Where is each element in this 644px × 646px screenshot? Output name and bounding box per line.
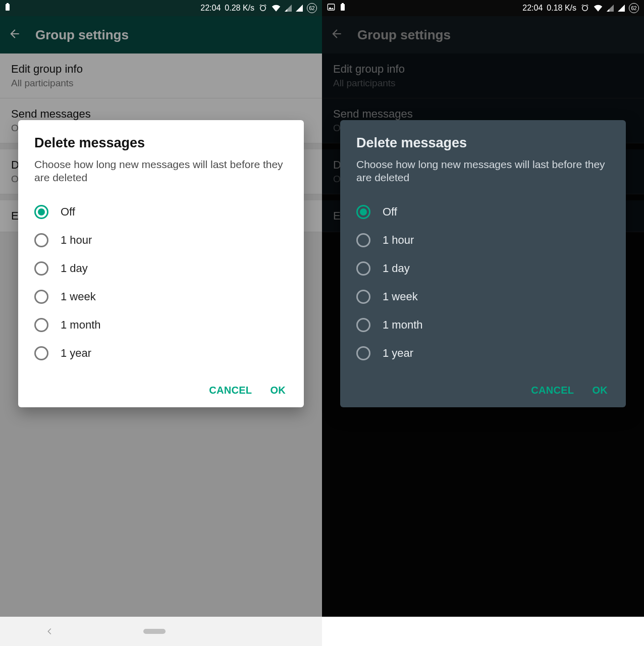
status-speed: 0.18 K/s: [547, 4, 576, 13]
svg-rect-0: [6, 4, 10, 11]
radio-group: Off 1 hour 1 day 1 week 1 month 1 year: [356, 198, 610, 367]
radio-option-off[interactable]: Off: [356, 198, 610, 226]
radio-option-1-day[interactable]: 1 day: [356, 254, 610, 283]
image-icon: [327, 3, 335, 13]
radio-option-1-month[interactable]: 1 month: [34, 311, 288, 339]
battery-badge-text: 62: [631, 6, 636, 11]
status-speed: 0.28 K/s: [225, 4, 254, 13]
radio-option-1-hour[interactable]: 1 hour: [356, 226, 610, 254]
wifi-icon: [272, 5, 281, 12]
statusbar: 22:04 0.28 K/s 62: [0, 0, 322, 16]
radio-label: 1 month: [383, 318, 423, 332]
dialog-description: Choose how long new messages will last b…: [34, 158, 288, 185]
status-time: 22:04: [522, 4, 543, 13]
bottom-white-strip: [322, 617, 644, 646]
ok-button[interactable]: OK: [270, 385, 286, 396]
radio-label: Off: [61, 205, 75, 219]
svg-rect-3: [341, 4, 345, 11]
svg-rect-2: [328, 4, 334, 10]
screenshot-light: 22:04 0.28 K/s 62 Group settings Edit gr…: [0, 0, 322, 646]
radio-option-1-month[interactable]: 1 month: [356, 311, 610, 339]
signal-icon-2: [618, 5, 625, 12]
battery-badge-icon: 62: [629, 3, 639, 13]
svg-rect-1: [7, 3, 9, 4]
radio-icon: [34, 318, 48, 332]
battery-badge-icon: 62: [307, 3, 317, 13]
radio-icon: [356, 205, 370, 219]
alarm-icon: [580, 4, 589, 13]
radio-label: 1 month: [61, 318, 101, 332]
radio-label: 1 day: [383, 262, 410, 275]
cancel-button[interactable]: CANCEL: [209, 385, 252, 396]
radio-option-1-hour[interactable]: 1 hour: [34, 226, 288, 254]
radio-icon: [34, 290, 48, 304]
radio-group: Off 1 hour 1 day 1 week 1 month 1 year: [34, 198, 288, 367]
radio-label: 1 year: [383, 347, 413, 360]
signal-icon-1: [285, 5, 292, 12]
delete-messages-dialog: Delete messages Choose how long new mess…: [18, 120, 304, 407]
nav-back-icon[interactable]: [45, 627, 54, 636]
cancel-button[interactable]: CANCEL: [531, 385, 574, 396]
signal-icon-2: [296, 5, 303, 12]
battery-small-icon: [5, 3, 10, 13]
radio-icon: [34, 233, 48, 247]
svg-rect-4: [342, 3, 344, 4]
radio-icon: [356, 261, 370, 276]
dialog-actions: CANCEL OK: [356, 385, 610, 396]
dialog-title: Delete messages: [34, 135, 288, 151]
radio-icon: [34, 261, 48, 276]
radio-icon: [356, 233, 370, 247]
dialog-description: Choose how long new messages will last b…: [356, 158, 610, 185]
status-time: 22:04: [200, 4, 221, 13]
radio-option-off[interactable]: Off: [34, 198, 288, 226]
battery-small-icon: [340, 3, 345, 13]
ok-button[interactable]: OK: [592, 385, 608, 396]
radio-label: Off: [383, 205, 397, 219]
radio-label: 1 hour: [383, 234, 414, 247]
radio-icon: [34, 205, 48, 219]
signal-icon-1: [607, 5, 614, 12]
battery-badge-text: 62: [309, 6, 314, 11]
radio-option-1-year[interactable]: 1 year: [34, 339, 288, 367]
wifi-icon: [594, 5, 603, 12]
dialog-title: Delete messages: [356, 135, 610, 151]
radio-option-1-day[interactable]: 1 day: [34, 254, 288, 283]
radio-label: 1 week: [61, 290, 96, 303]
nav-home-pill[interactable]: [143, 629, 166, 634]
radio-option-1-week[interactable]: 1 week: [356, 283, 610, 311]
radio-icon: [356, 318, 370, 332]
delete-messages-dialog: Delete messages Choose how long new mess…: [340, 120, 626, 407]
radio-icon: [356, 290, 370, 304]
radio-label: 1 year: [61, 347, 91, 360]
dialog-actions: CANCEL OK: [34, 385, 288, 396]
android-navbar: [0, 617, 322, 646]
statusbar: 22:04 0.18 K/s 62: [322, 0, 644, 16]
radio-label: 1 hour: [61, 234, 92, 247]
radio-option-1-week[interactable]: 1 week: [34, 283, 288, 311]
radio-label: 1 day: [61, 262, 88, 275]
radio-icon: [356, 346, 370, 360]
radio-option-1-year[interactable]: 1 year: [356, 339, 610, 367]
alarm-icon: [258, 4, 267, 13]
screenshot-dark: 22:04 0.18 K/s 62 Group settings Edit gr…: [322, 0, 644, 646]
radio-icon: [34, 346, 48, 360]
radio-label: 1 week: [383, 290, 418, 303]
